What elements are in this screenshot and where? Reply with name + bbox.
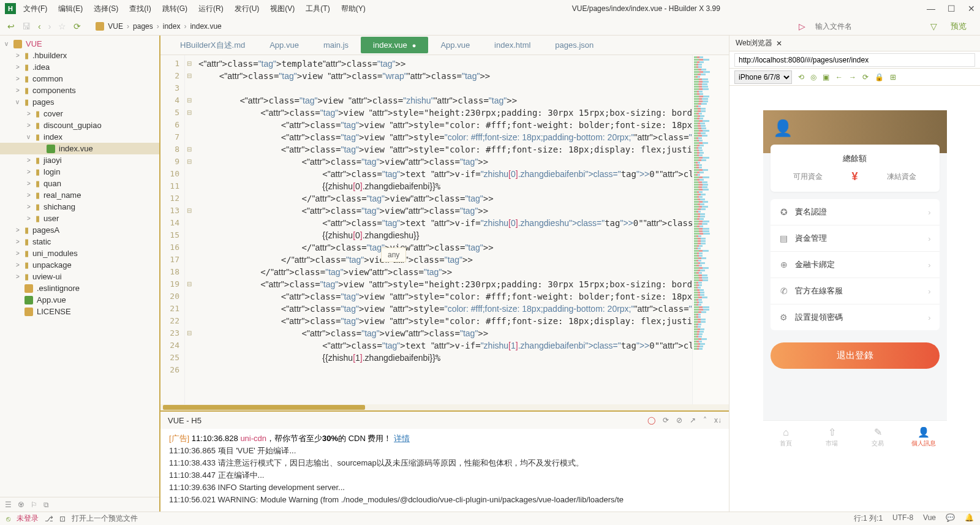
cursor-position[interactable]: 行:1 列:1 [854, 513, 883, 524]
menu-item[interactable]: 视图(V) [270, 4, 295, 14]
preview-button[interactable]: 预览 [944, 20, 973, 33]
menu-item[interactable]: 选择(S) [94, 4, 118, 14]
tree-item[interactable]: v▮index [0, 131, 159, 143]
file-search-input[interactable] [813, 20, 923, 33]
console-output[interactable]: [广告] 11:10:36.828 uni-cdn，帮你节省至少30%的 CDN… [160, 429, 729, 512]
save-icon[interactable]: 🖫 [22, 21, 31, 31]
preview-tab-label[interactable]: Web浏览器 [736, 38, 772, 48]
console-export-icon[interactable]: ↗ [690, 416, 696, 425]
tree-item[interactable]: LICENSE [0, 306, 159, 317]
run-icon[interactable]: ▷ [799, 21, 805, 31]
tree-item[interactable]: >▮real_name [0, 189, 159, 201]
tree-item[interactable]: v▮pages [0, 96, 159, 108]
menu-item[interactable]: 查找(I) [129, 4, 151, 14]
console-stop-icon[interactable]: ◯ [647, 416, 655, 425]
user-menu-item[interactable]: ✆官方在線客服› [771, 278, 940, 304]
tree-item[interactable]: >▮shichang [0, 201, 159, 213]
rotate-icon[interactable]: ⟲ [798, 73, 804, 81]
user-menu-item[interactable]: ⊕金融卡綁定› [771, 252, 940, 278]
editor-tab[interactable]: HBuilderX自述.md [168, 36, 257, 55]
tree-item[interactable]: >▮.hbuilderx [0, 50, 159, 61]
tree-root[interactable]: v VUE [0, 38, 159, 50]
tree-item[interactable]: >▮uview-ui [0, 271, 159, 282]
editor-tab[interactable]: index.vue● [361, 37, 428, 53]
minimap[interactable] [692, 55, 729, 404]
sync-icon[interactable]: ⎋ [6, 515, 10, 523]
encoding-label[interactable]: UTF-8 [892, 513, 913, 524]
login-status[interactable]: 未登录 [17, 513, 39, 524]
tree-item[interactable]: >▮components [0, 85, 159, 96]
user-menu-item[interactable]: ▤資金管理› [771, 225, 940, 252]
bell-icon[interactable]: 🔔 [965, 513, 974, 524]
editor-tab[interactable]: main.js [311, 37, 361, 53]
tab-icon[interactable]: ⊡ [59, 515, 66, 523]
breadcrumb-item[interactable]: pages [133, 22, 153, 31]
minimize-button[interactable]: — [927, 4, 935, 13]
refresh-icon[interactable]: ⟳ [74, 21, 81, 31]
console-rerun-icon[interactable]: ⟳ [663, 416, 669, 425]
tree-item[interactable]: >▮cover [0, 108, 159, 119]
tab-close-icon[interactable]: ● [412, 42, 417, 49]
nav-forward-icon[interactable]: › [48, 21, 51, 31]
user-menu-item[interactable]: ⚙設置提領密碼› [771, 304, 940, 330]
tree-item[interactable]: >▮uni_modules [0, 247, 159, 259]
tree-item[interactable]: >▮quan [0, 178, 159, 189]
tree-item[interactable]: .eslintignore [0, 282, 159, 294]
user-menu-item[interactable]: ✪實名認證› [771, 199, 940, 225]
breadcrumb-item[interactable]: VUE [108, 22, 123, 31]
preview-url-input[interactable] [734, 53, 975, 67]
preview-tab-close-icon[interactable]: ✕ [776, 39, 782, 48]
code-editor[interactable]: <"attr">class="tag">template"attr">class… [194, 55, 692, 404]
star-icon[interactable]: ☆ [58, 21, 66, 31]
flag-icon[interactable]: ⚐ [31, 500, 37, 509]
terminal-icon[interactable]: ↩ [7, 21, 15, 31]
qr-icon[interactable]: ⊞ [890, 73, 896, 81]
editor-h-scrollbar[interactable] [160, 404, 729, 410]
close-button[interactable]: ✕ [968, 4, 975, 13]
tree-item[interactable]: >▮unpackage [0, 259, 159, 271]
nav-forward-preview-icon[interactable]: → [849, 73, 856, 81]
editor-tab[interactable]: index.html [482, 37, 543, 53]
editor-tab[interactable]: pages.json [543, 37, 606, 53]
device-select[interactable]: iPhone 6/7/8 [734, 70, 792, 84]
language-label[interactable]: Vue [923, 513, 936, 524]
menu-item[interactable]: 帮助(Y) [341, 4, 366, 14]
tabbar-item[interactable]: ⌂首頁 [763, 421, 809, 453]
maximize-button[interactable]: ☐ [948, 4, 956, 13]
list-view-icon[interactable]: ☰ [5, 500, 12, 509]
tabbar-item[interactable]: ⇧市場 [809, 421, 855, 453]
console-clear-icon[interactable]: ⊘ [676, 416, 682, 425]
logout-button[interactable]: 退出登錄 [771, 342, 940, 369]
tree-item[interactable]: >▮jiaoyi [0, 154, 159, 166]
lock-icon[interactable]: 🔒 [875, 73, 884, 81]
tabbar-item[interactable]: 👤個人訊息 [901, 421, 947, 453]
menu-item[interactable]: 工具(T) [306, 4, 330, 14]
bike-icon[interactable]: ♼ [18, 500, 24, 509]
reload-preview-icon[interactable]: ⟳ [862, 73, 869, 81]
menu-item[interactable]: 文件(F) [23, 4, 47, 14]
editor-tab[interactable]: App.vue [428, 37, 482, 53]
editor-tab[interactable]: App.vue [257, 37, 311, 53]
tree-item[interactable]: index.vue [0, 143, 159, 154]
tree-item[interactable]: App.vue [0, 294, 159, 306]
tree-item[interactable]: >▮common [0, 73, 159, 85]
tree-item[interactable]: >▮discount_gupiao [0, 119, 159, 131]
menu-item[interactable]: 发行(U) [235, 4, 260, 14]
menu-item[interactable]: 跳转(G) [162, 4, 187, 14]
tabbar-item[interactable]: ✎交易 [855, 421, 901, 453]
console-collapse-icon[interactable]: ˄ [703, 416, 707, 425]
screenshot-icon[interactable]: ▣ [823, 73, 829, 81]
tree-item[interactable]: >▮login [0, 166, 159, 178]
link-icon[interactable]: ⧉ [43, 500, 49, 509]
branch-icon[interactable]: ⎇ [45, 515, 53, 523]
nav-back-preview-icon[interactable]: ← [835, 73, 843, 81]
tree-item[interactable]: >▮.idea [0, 61, 159, 73]
avatar-icon[interactable]: 👤 [773, 119, 793, 138]
filter-icon[interactable]: ▽ [930, 21, 937, 31]
nav-back-icon[interactable]: ‹ [38, 21, 41, 31]
tree-item[interactable]: >▮static [0, 236, 159, 247]
menu-item[interactable]: 运行(R) [198, 4, 224, 14]
menu-item[interactable]: 编辑(E) [58, 4, 83, 14]
messages-icon[interactable]: 💬 [946, 513, 955, 524]
console-close-icon[interactable]: x↓ [714, 416, 722, 425]
